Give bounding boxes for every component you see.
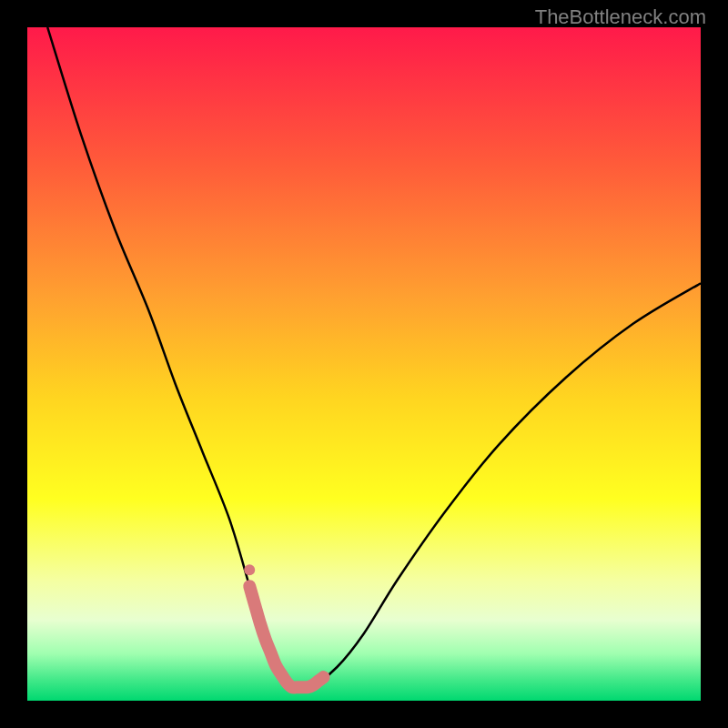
watermark-text: TheBottleneck.com — [535, 5, 706, 29]
bottleneck-curve — [47, 27, 701, 690]
optimal-dot — [244, 564, 255, 575]
plot-area — [27, 27, 701, 701]
curve-overlay — [27, 27, 701, 701]
optimal-range-marker — [249, 586, 323, 687]
